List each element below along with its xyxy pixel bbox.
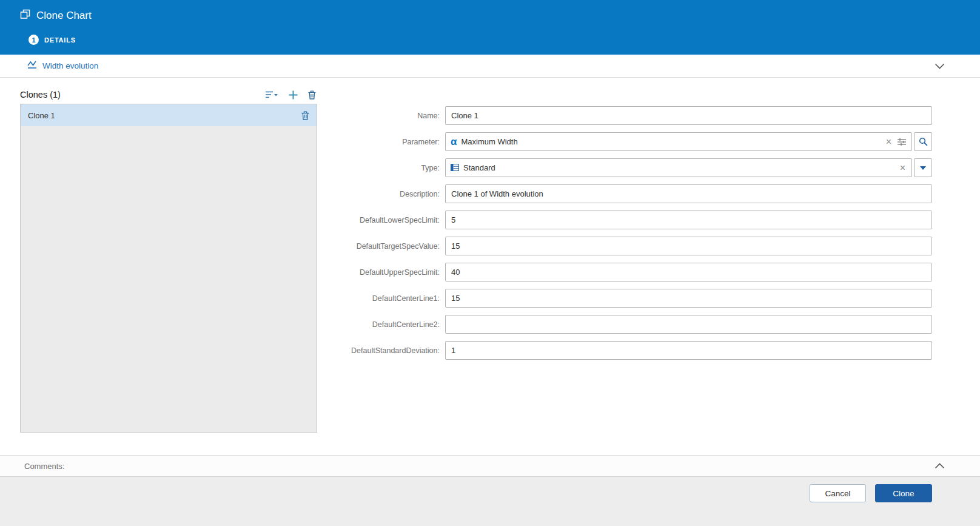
chart-name: Width evolution bbox=[42, 61, 98, 70]
cancel-button[interactable]: Cancel bbox=[810, 484, 866, 502]
type-clear-icon[interactable]: × bbox=[899, 163, 907, 173]
target-spec-label: DefaultTargetSpecValue: bbox=[330, 242, 445, 251]
comments-section: Comments: bbox=[0, 455, 980, 477]
form-row-description: Description: bbox=[330, 184, 932, 203]
add-clone-plus-icon[interactable] bbox=[289, 90, 298, 99]
parameter-field[interactable]: α Maximum Width × bbox=[445, 132, 912, 151]
clones-panel: Clones (1) bbox=[20, 86, 317, 455]
lower-spec-label: DefaultLowerSpecLimit: bbox=[330, 216, 445, 224]
comments-chevron-up-icon[interactable] bbox=[935, 463, 945, 469]
type-label: Type: bbox=[330, 164, 445, 172]
alpha-icon: α bbox=[451, 137, 457, 147]
parameter-clear-icon[interactable]: × bbox=[885, 137, 893, 147]
row-trash-icon[interactable] bbox=[301, 111, 309, 120]
line-chart-icon bbox=[27, 60, 38, 72]
magnifier-icon bbox=[919, 137, 928, 146]
description-field[interactable] bbox=[445, 184, 932, 203]
wizard-step: 1 DETAILS bbox=[29, 35, 980, 45]
form-row-center-line2: DefaultCenterLine2: bbox=[330, 315, 932, 334]
table-icon bbox=[451, 163, 459, 174]
name-field[interactable] bbox=[445, 106, 932, 125]
clone-list-item[interactable]: Clone 1 bbox=[21, 104, 317, 126]
form-row-name: Name: bbox=[330, 106, 932, 125]
clones-panel-title: Clones (1) bbox=[20, 90, 61, 99]
dialog-title: Clone Chart bbox=[36, 10, 92, 22]
parameter-label: Parameter: bbox=[330, 138, 445, 146]
std-dev-field[interactable] bbox=[445, 341, 932, 360]
name-label: Name: bbox=[330, 112, 445, 120]
center-line2-label: DefaultCenterLine2: bbox=[330, 320, 445, 329]
upper-spec-label: DefaultUpperSpecLimit: bbox=[330, 268, 445, 277]
lower-spec-field[interactable] bbox=[445, 211, 932, 229]
type-dropdown-button[interactable] bbox=[914, 158, 932, 177]
upper-spec-field[interactable] bbox=[445, 263, 932, 282]
clone-details-form: Name: Parameter: α Maximum Width × bbox=[330, 106, 932, 455]
form-row-parameter: Parameter: α Maximum Width × bbox=[330, 132, 932, 151]
center-line2-field[interactable] bbox=[445, 315, 932, 334]
dialog-header: Clone Chart 1 DETAILS bbox=[0, 0, 980, 55]
type-field[interactable]: Standard × bbox=[445, 158, 912, 177]
std-dev-label: DefaultStandardDeviation: bbox=[330, 346, 445, 355]
form-row-lower-spec: DefaultLowerSpecLimit: bbox=[330, 211, 932, 229]
main-content: Clones (1) bbox=[0, 78, 980, 455]
clone-button[interactable]: Clone bbox=[875, 484, 932, 502]
target-spec-field[interactable] bbox=[445, 237, 932, 255]
center-line1-label: DefaultCenterLine1: bbox=[330, 294, 445, 303]
type-value: Standard bbox=[463, 163, 495, 172]
description-label: Description: bbox=[330, 190, 445, 198]
parameter-search-button[interactable] bbox=[914, 132, 932, 151]
parameter-value: Maximum Width bbox=[461, 137, 517, 146]
clone-list: Clone 1 bbox=[20, 104, 317, 433]
form-row-type: Type: Standard × bbox=[330, 158, 932, 177]
form-row-std-dev: DefaultStandardDeviation: bbox=[330, 341, 932, 360]
step-number-badge: 1 bbox=[29, 35, 39, 45]
form-row-target-spec: DefaultTargetSpecValue: bbox=[330, 237, 932, 255]
parameter-filter-icon[interactable] bbox=[897, 138, 907, 146]
chart-section-header: Width evolution bbox=[0, 55, 980, 78]
comments-label: Comments: bbox=[24, 462, 64, 471]
step-label: DETAILS bbox=[44, 36, 76, 44]
form-row-upper-spec: DefaultUpperSpecLimit: bbox=[330, 263, 932, 282]
dialog-footer: Cancel Clone bbox=[0, 477, 980, 526]
caret-down-icon bbox=[920, 166, 926, 170]
center-line1-field[interactable] bbox=[445, 289, 932, 308]
dialog-title-row: Clone Chart bbox=[20, 0, 980, 22]
clone-icon bbox=[20, 9, 30, 22]
collapse-section-chevron-down-icon[interactable] bbox=[935, 63, 945, 69]
clones-panel-header: Clones (1) bbox=[20, 86, 317, 104]
clone-item-name: Clone 1 bbox=[28, 111, 55, 120]
form-row-center-line1: DefaultCenterLine1: bbox=[330, 289, 932, 308]
sort-icon[interactable] bbox=[265, 90, 278, 99]
delete-clone-trash-icon[interactable] bbox=[308, 90, 316, 99]
